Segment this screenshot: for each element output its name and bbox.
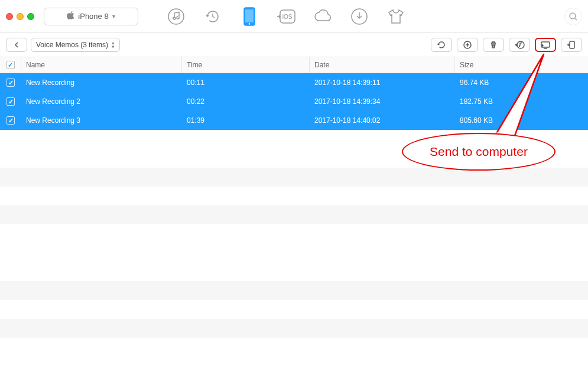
music-category-button[interactable] <box>165 6 187 27</box>
cloud-category-button[interactable] <box>312 6 333 27</box>
table-row[interactable]: New Recording 200:222017-10-18 14:39:341… <box>0 92 588 111</box>
back-button[interactable] <box>6 38 27 52</box>
svg-rect-11 <box>570 41 574 48</box>
to-device-button[interactable] <box>561 38 582 52</box>
cell-time: 00:22 <box>182 92 310 111</box>
row-checkbox[interactable] <box>7 116 15 125</box>
history-category-button[interactable] <box>202 6 223 27</box>
table-row[interactable]: New Recording00:112017-10-18 14:39:1196.… <box>0 73 588 92</box>
cell-date: 2017-10-18 14:39:34 <box>310 92 455 111</box>
action-buttons <box>431 38 582 52</box>
download-category-button[interactable] <box>349 6 370 27</box>
close-window-button[interactable] <box>6 13 13 20</box>
svg-point-3 <box>249 23 251 25</box>
table-row[interactable]: New Recording 301:392017-10-18 14:40:028… <box>0 111 588 130</box>
device-name-label: iPhone 8 <box>78 12 108 21</box>
row-checkbox[interactable] <box>7 79 15 87</box>
sub-toolbar: Voice Memos (3 items) ▴▾ <box>0 33 588 57</box>
to-itunes-button[interactable] <box>509 38 530 52</box>
refresh-button[interactable] <box>431 38 452 52</box>
cell-time: 00:11 <box>182 73 310 92</box>
column-header-size[interactable]: Size <box>455 57 588 73</box>
window-controls <box>6 13 34 20</box>
row-checkbox[interactable] <box>7 97 15 106</box>
svg-point-0 <box>168 9 184 24</box>
chevron-down-icon: ▾ <box>112 13 115 19</box>
breadcrumb-label: Voice Memos (3 items) <box>36 41 108 49</box>
svg-rect-2 <box>245 9 254 22</box>
table-body: New Recording00:112017-10-18 14:39:1196.… <box>0 73 588 130</box>
top-toolbar: iPhone 8 ▾ iOS <box>0 0 588 33</box>
callout-text: Send to computer <box>430 145 528 159</box>
search-button[interactable] <box>564 8 582 25</box>
minimize-window-button[interactable] <box>17 13 24 20</box>
cell-name: New Recording <box>21 73 182 92</box>
svg-point-7 <box>570 13 576 19</box>
svg-text:iOS: iOS <box>282 14 293 20</box>
apple-icon <box>67 11 74 22</box>
device-selector[interactable]: iPhone 8 ▾ <box>44 8 138 25</box>
breadcrumb[interactable]: Voice Memos (3 items) ▴▾ <box>31 38 120 52</box>
to-ios-category-button[interactable]: iOS <box>275 6 297 27</box>
cell-date: 2017-10-18 14:40:02 <box>310 111 455 130</box>
to-computer-button[interactable] <box>535 38 556 52</box>
cell-name: New Recording 2 <box>21 92 182 111</box>
cell-size: 96.74 KB <box>455 73 588 92</box>
svg-point-9 <box>517 41 524 48</box>
updown-icon: ▴▾ <box>112 41 115 49</box>
callout-bubble: Send to computer <box>402 133 555 171</box>
device-category-button[interactable] <box>239 6 260 27</box>
cell-time: 01:39 <box>182 111 310 130</box>
table-header: Name Time Date Size <box>0 57 588 73</box>
column-header-name[interactable]: Name <box>21 57 182 73</box>
maximize-window-button[interactable] <box>27 13 34 20</box>
select-all-checkbox[interactable] <box>7 61 15 69</box>
category-nav: iOS <box>165 6 407 27</box>
tshirt-category-button[interactable] <box>385 6 407 27</box>
cell-name: New Recording 3 <box>21 111 182 130</box>
cell-date: 2017-10-18 14:39:11 <box>310 73 455 92</box>
delete-button[interactable] <box>483 38 504 52</box>
cell-size: 182.75 KB <box>455 92 588 111</box>
cell-size: 805.60 KB <box>455 111 588 130</box>
add-button[interactable] <box>457 38 478 52</box>
column-header-date[interactable]: Date <box>310 57 455 73</box>
column-header-time[interactable]: Time <box>182 57 310 73</box>
